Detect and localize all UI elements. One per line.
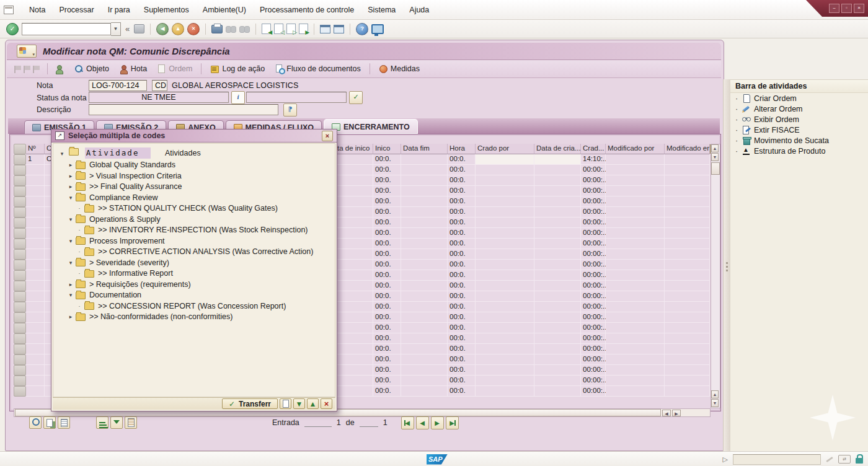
expander-icon[interactable]: ▾	[67, 214, 74, 226]
find-next-icon[interactable]	[239, 26, 250, 32]
tree-item[interactable]: · >> CORRECTIVE ACTION ANALYSIS (Was Cor…	[58, 247, 335, 258]
app-toolbar-button[interactable]: Fluxo de documentos	[271, 63, 365, 74]
row-selector[interactable]	[14, 260, 26, 270]
row-selector[interactable]	[14, 386, 26, 397]
menu-item[interactable]: Nota	[22, 3, 52, 17]
app-toolbar-button[interactable]: Hota	[115, 63, 151, 74]
app-toolbar-button[interactable]: Ordem	[153, 63, 196, 74]
enter-check-icon[interactable]: ✓	[6, 23, 19, 35]
cancel-icon[interactable]: ×	[187, 23, 200, 35]
activity-item[interactable]: · Extir FISACE	[730, 125, 868, 135]
column-header[interactable]: Inico	[373, 144, 401, 154]
back-icon[interactable]: ◀	[156, 23, 169, 35]
menu-item[interactable]: Sistema	[361, 3, 402, 17]
expander-icon[interactable]: ·	[76, 247, 83, 258]
expander-icon[interactable]: ▾	[58, 148, 66, 159]
activity-item[interactable]: · Criar Ordem	[730, 93, 868, 103]
row-selector[interactable]	[14, 207, 26, 218]
keyboard-icon[interactable]: ⇄	[838, 455, 851, 464]
print-icon[interactable]	[211, 25, 223, 33]
tree-item[interactable]: · >> INVENTORY RE-INSPECTION (Was Stock …	[58, 225, 335, 236]
status-message-field[interactable]	[733, 454, 821, 465]
row-selector[interactable]	[14, 154, 26, 165]
row-selector[interactable]	[14, 354, 26, 365]
save-icon[interactable]	[134, 24, 144, 33]
menu-item[interactable]: Ambiente(U)	[196, 3, 253, 17]
select-all-cell[interactable]	[14, 144, 26, 154]
transfer-button[interactable]: ✓ Transferr	[222, 398, 278, 409]
column-header[interactable]: Data de cria...	[534, 144, 581, 154]
maximize-button[interactable]: ▫	[841, 4, 852, 13]
row-selector[interactable]	[14, 218, 26, 228]
set-status-button[interactable]: ✓	[349, 91, 363, 104]
document-icon[interactable]	[58, 416, 70, 429]
tree-item[interactable]: ▾ > Severidade (severity)	[58, 258, 335, 269]
status-extra-input[interactable]	[246, 92, 347, 103]
tree-item[interactable]: ▾ Process Improvement	[58, 236, 335, 247]
tree-item[interactable]: ▾ Operations & Supply	[58, 214, 335, 226]
row-selector[interactable]	[14, 196, 26, 207]
column-header[interactable]: Crad...	[581, 144, 606, 154]
column-header[interactable]: Modificado por	[606, 144, 665, 154]
partner-icon[interactable]	[43, 416, 56, 429]
expand-subtree-icon[interactable]: ▼	[293, 398, 305, 409]
row-selector[interactable]	[14, 376, 26, 386]
services-for-object-button[interactable]	[17, 45, 37, 58]
scroll-down-icon[interactable]: ▼	[711, 399, 719, 407]
scroll-up-icon[interactable]: ▲	[711, 144, 719, 152]
detail-icon[interactable]	[29, 416, 42, 429]
dialog-close-icon[interactable]: ×	[322, 131, 333, 141]
menu-item[interactable]: Ajuda	[402, 3, 436, 17]
close-button[interactable]: ×	[854, 4, 864, 13]
row-selector[interactable]	[14, 344, 26, 354]
row-selector[interactable]	[14, 312, 26, 323]
scroll-down-icon[interactable]: ▼	[711, 153, 719, 161]
dialog-title-bar[interactable]: ↗ Seleção múltipla de codes ×	[51, 130, 337, 143]
sort-icon[interactable]	[96, 416, 108, 429]
app-toolbar-button[interactable]	[201, 63, 202, 74]
activity-item[interactable]: · Alterar Ordem	[730, 103, 868, 114]
status-input[interactable]: NE TMEE	[89, 92, 229, 103]
cancel-icon[interactable]: ×	[321, 398, 332, 409]
row-selector[interactable]	[14, 249, 26, 260]
app-toolbar-button[interactable]: Objeto	[71, 63, 113, 74]
last-entry-icon[interactable]: ▶	[446, 416, 459, 429]
activity-item[interactable]: · Movimento de Sucata	[730, 135, 868, 146]
menu-item[interactable]: Ir para	[101, 3, 137, 17]
long-text-button[interactable]: ⁋	[283, 103, 297, 116]
tree-item[interactable]: ▸ >> Não-conformidades (non-conformities…	[58, 312, 335, 323]
tree-item[interactable]: · >> STATION QUALITY CHECK (Was Quality …	[58, 203, 335, 214]
column-header[interactable]: Modificado er	[665, 144, 710, 154]
row-selector[interactable]	[14, 323, 26, 333]
tab[interactable]: ENCERRAMENTO	[324, 119, 418, 134]
expander-icon[interactable]: ▾	[67, 193, 74, 204]
exit-icon[interactable]: ▲	[172, 23, 184, 35]
row-selector[interactable]	[14, 302, 26, 312]
tree-item[interactable]: ▸ >> Final Quality Assurance	[58, 182, 335, 193]
activity-item[interactable]: · Estrutura de Produto	[730, 146, 868, 156]
row-selector[interactable]	[14, 270, 26, 281]
tree-item[interactable]: ▸ > Requisições (requirements)	[58, 279, 335, 291]
row-selector[interactable]	[14, 175, 26, 186]
expander-icon[interactable]: ·	[76, 301, 83, 312]
row-selector[interactable]	[14, 365, 26, 376]
filter-icon[interactable]	[110, 416, 123, 429]
tree-item[interactable]: ▸ Global Quality Standards	[58, 160, 335, 171]
column-header[interactable]: Data fim	[401, 144, 448, 154]
previous-entry-icon[interactable]: ◀	[416, 416, 429, 429]
activity-item[interactable]: · Exibir Ordem	[730, 114, 868, 125]
expander-icon[interactable]: ▾	[67, 236, 74, 247]
command-dropdown-icon[interactable]: ▼	[111, 22, 121, 36]
expander-icon[interactable]: ▸	[67, 160, 74, 171]
app-toolbar-button[interactable]	[370, 63, 370, 74]
row-selector[interactable]	[14, 165, 26, 175]
scroll-up-icon[interactable]: ▲	[711, 390, 719, 398]
row-selector[interactable]	[14, 239, 26, 249]
help-icon[interactable]: ?	[356, 23, 368, 35]
expander-icon[interactable]: ▾	[67, 258, 74, 269]
entry-field-line[interactable]	[360, 419, 378, 427]
vertical-scrollbar[interactable]: ▲ ▼ ▲ ▼	[711, 144, 720, 408]
tree-item[interactable]: ▾ Documentation	[58, 290, 335, 301]
column-header[interactable]: Hora	[448, 144, 476, 154]
expander-icon[interactable]: ·	[76, 203, 83, 214]
